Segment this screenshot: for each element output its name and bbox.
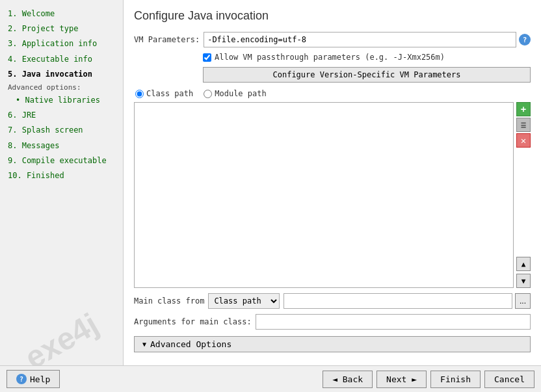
sidebar-advanced-options-label: Advanced options: [5, 82, 118, 93]
sidebar-item-compile-executable[interactable]: 9. Compile executable [5, 153, 118, 168]
cancel-button[interactable]: Cancel [484, 371, 534, 388]
next-button[interactable]: Next ► [376, 371, 427, 388]
vm-passthrough-label: Allow VM passthrough parameters (e.g. -J… [215, 53, 445, 62]
main-class-from-select[interactable]: Class path Module path [208, 293, 280, 309]
sidebar-item-finished[interactable]: 10. Finished [5, 168, 118, 183]
bottom-bar: ? Help ◄ Back Next ► Finish Cancel [0, 365, 541, 392]
sidebar-item-splash-screen[interactable]: 7. Splash screen [5, 123, 118, 138]
class-path-radio-option[interactable]: Class path [135, 89, 193, 98]
vm-params-help-icon[interactable]: ? [519, 34, 531, 46]
classpath-buttons: + ≡ ✕ ▲ ▼ [516, 102, 531, 288]
args-row: Arguments for main class: [134, 314, 531, 330]
scroll-up-btn[interactable]: ▲ [516, 257, 531, 271]
sidebar-item-messages[interactable]: 8. Messages [5, 138, 118, 153]
sidebar: 1. Welcome 2. Project type 3. Applicatio… [0, 0, 124, 365]
sidebar-item-java-invocation[interactable]: 5. Java invocation [5, 67, 118, 82]
back-button[interactable]: ◄ Back [323, 371, 373, 388]
main-class-input[interactable] [284, 293, 512, 309]
advanced-options-btn[interactable]: ▼ Advanced Options [134, 336, 531, 352]
main-class-row: Main class from Class path Module path .… [134, 293, 531, 309]
sidebar-item-native-libraries[interactable]: • Native libraries [5, 93, 118, 108]
path-type-radio-row: Class path Module path [135, 89, 531, 98]
add-entry-btn[interactable]: + [516, 102, 531, 116]
class-path-radio[interactable] [135, 90, 144, 98]
args-label: Arguments for main class: [134, 317, 252, 326]
scroll-down-btn[interactable]: ▼ [516, 274, 531, 288]
vm-params-row: VM Parameters: ? [134, 32, 531, 47]
vm-passthrough-row: Allow VM passthrough parameters (e.g. -J… [203, 53, 531, 62]
module-path-radio-option[interactable]: Module path [204, 89, 266, 98]
sidebar-item-application-info[interactable]: 3. Application info [5, 36, 118, 51]
watermark: exe4j [0, 294, 124, 365]
page-title: Configure Java invocation [134, 9, 531, 23]
advanced-options-arrow-icon: ▼ [142, 341, 146, 348]
move-entry-btn[interactable]: ≡ [516, 118, 531, 132]
vm-params-label: VM Parameters: [134, 35, 200, 44]
finish-button[interactable]: Finish [430, 371, 481, 388]
sidebar-item-welcome[interactable]: 1. Welcome [5, 7, 118, 21]
content-area: Configure Java invocation VM Parameters:… [124, 0, 541, 365]
help-circle-icon: ? [16, 374, 27, 384]
help-button[interactable]: ? Help [7, 370, 60, 388]
main-class-browse-btn[interactable]: ... [515, 293, 531, 309]
remove-entry-btn[interactable]: ✕ [516, 133, 531, 148]
configure-version-specific-btn[interactable]: Configure Version-Specific VM Parameters [203, 67, 531, 83]
args-input[interactable] [256, 314, 531, 330]
sidebar-item-jre[interactable]: 6. JRE [5, 108, 118, 123]
main-class-label: Main class from [134, 296, 204, 306]
classpath-area-wrapper: + ≡ ✕ ▲ ▼ [134, 102, 531, 288]
module-path-radio[interactable] [204, 90, 212, 98]
classpath-textarea[interactable] [134, 102, 514, 288]
vm-params-input[interactable] [204, 32, 516, 47]
sidebar-item-executable-info[interactable]: 4. Executable info [5, 52, 118, 67]
sidebar-item-project-type[interactable]: 2. Project type [5, 21, 118, 36]
vm-passthrough-checkbox[interactable] [203, 53, 211, 62]
